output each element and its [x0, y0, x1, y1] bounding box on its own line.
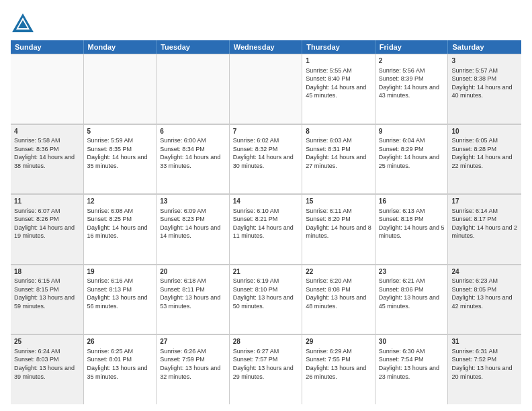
cell-info: Sunrise: 6:26 AM Sunset: 7:59 PM Dayligh…	[160, 347, 226, 381]
day-cell-1: 1Sunrise: 5:55 AM Sunset: 8:40 PM Daylig…	[302, 54, 375, 124]
day-number: 23	[379, 267, 445, 277]
day-number: 21	[233, 267, 299, 277]
day-cell-25: 25Sunrise: 6:24 AM Sunset: 8:03 PM Dayli…	[11, 334, 84, 404]
cell-info: Sunrise: 5:59 AM Sunset: 8:35 PM Dayligh…	[87, 136, 153, 170]
day-number: 29	[306, 337, 371, 347]
day-header-thursday: Thursday	[302, 40, 375, 54]
cell-info: Sunrise: 6:27 AM Sunset: 7:57 PM Dayligh…	[233, 347, 299, 381]
cell-info: Sunrise: 6:31 AM Sunset: 7:52 PM Dayligh…	[451, 347, 518, 381]
day-cell-27: 27Sunrise: 6:26 AM Sunset: 7:59 PM Dayli…	[157, 334, 230, 404]
day-header-friday: Friday	[375, 40, 449, 54]
calendar-row-2: 4Sunrise: 5:58 AM Sunset: 8:36 PM Daylig…	[11, 124, 521, 195]
calendar-body: 1Sunrise: 5:55 AM Sunset: 8:40 PM Daylig…	[11, 54, 521, 404]
day-cell-4: 4Sunrise: 5:58 AM Sunset: 8:36 PM Daylig…	[11, 124, 84, 194]
cell-info: Sunrise: 6:07 AM Sunset: 8:26 PM Dayligh…	[14, 207, 80, 240]
day-number: 28	[233, 337, 299, 347]
day-number: 13	[160, 197, 226, 206]
cell-info: Sunrise: 6:02 AM Sunset: 8:32 PM Dayligh…	[233, 136, 299, 170]
empty-cell-r0c2	[157, 54, 230, 124]
day-number: 12	[87, 197, 153, 206]
day-number: 8	[306, 127, 371, 136]
calendar-row-5: 25Sunrise: 6:24 AM Sunset: 8:03 PM Dayli…	[11, 334, 521, 404]
day-cell-3: 3Sunrise: 5:57 AM Sunset: 8:38 PM Daylig…	[448, 54, 521, 124]
day-number: 27	[160, 337, 226, 347]
cell-info: Sunrise: 6:03 AM Sunset: 8:31 PM Dayligh…	[306, 136, 371, 170]
day-number: 3	[451, 56, 518, 66]
day-number: 6	[160, 127, 226, 136]
day-number: 19	[87, 267, 153, 277]
day-cell-21: 21Sunrise: 6:19 AM Sunset: 8:10 PM Dayli…	[230, 265, 303, 334]
day-cell-23: 23Sunrise: 6:21 AM Sunset: 8:06 PM Dayli…	[375, 265, 449, 334]
day-number: 5	[87, 127, 153, 136]
calendar-row-4: 18Sunrise: 6:15 AM Sunset: 8:15 PM Dayli…	[11, 265, 521, 335]
day-header-saturday: Saturday	[448, 40, 521, 54]
cell-info: Sunrise: 6:08 AM Sunset: 8:25 PM Dayligh…	[87, 207, 153, 240]
cell-info: Sunrise: 5:57 AM Sunset: 8:38 PM Dayligh…	[451, 66, 518, 100]
day-header-wednesday: Wednesday	[230, 40, 303, 54]
cell-info: Sunrise: 6:24 AM Sunset: 8:03 PM Dayligh…	[14, 347, 80, 381]
cell-info: Sunrise: 6:23 AM Sunset: 8:05 PM Dayligh…	[451, 277, 518, 310]
day-number: 20	[160, 267, 226, 277]
cell-info: Sunrise: 6:11 AM Sunset: 8:20 PM Dayligh…	[306, 207, 371, 240]
day-cell-2: 2Sunrise: 5:56 AM Sunset: 8:39 PM Daylig…	[375, 54, 449, 124]
day-cell-6: 6Sunrise: 6:00 AM Sunset: 8:34 PM Daylig…	[157, 124, 230, 194]
cell-info: Sunrise: 6:30 AM Sunset: 7:54 PM Dayligh…	[379, 347, 445, 381]
day-number: 31	[451, 337, 518, 347]
cell-info: Sunrise: 5:55 AM Sunset: 8:40 PM Dayligh…	[306, 66, 371, 100]
cell-info: Sunrise: 6:25 AM Sunset: 8:01 PM Dayligh…	[87, 347, 153, 381]
day-cell-29: 29Sunrise: 6:29 AM Sunset: 7:55 PM Dayli…	[302, 334, 375, 404]
day-cell-17: 17Sunrise: 6:14 AM Sunset: 8:17 PM Dayli…	[448, 194, 521, 264]
cell-info: Sunrise: 6:21 AM Sunset: 8:06 PM Dayligh…	[379, 277, 445, 310]
day-cell-7: 7Sunrise: 6:02 AM Sunset: 8:32 PM Daylig…	[230, 124, 303, 194]
cell-info: Sunrise: 6:04 AM Sunset: 8:29 PM Dayligh…	[379, 136, 445, 170]
logo-icon	[11, 11, 35, 35]
day-cell-26: 26Sunrise: 6:25 AM Sunset: 8:01 PM Dayli…	[84, 334, 157, 404]
day-number: 17	[451, 197, 518, 206]
logo	[11, 11, 38, 35]
day-number: 11	[14, 197, 80, 206]
day-number: 1	[306, 56, 371, 66]
day-number: 4	[14, 127, 80, 136]
day-number: 24	[451, 267, 518, 277]
day-header-monday: Monday	[84, 40, 157, 54]
day-number: 14	[233, 197, 299, 206]
day-cell-10: 10Sunrise: 6:05 AM Sunset: 8:28 PM Dayli…	[448, 124, 521, 194]
empty-cell-r0c1	[84, 54, 157, 124]
day-cell-30: 30Sunrise: 6:30 AM Sunset: 7:54 PM Dayli…	[375, 334, 449, 404]
day-cell-18: 18Sunrise: 6:15 AM Sunset: 8:15 PM Dayli…	[11, 265, 84, 334]
calendar: SundayMondayTuesdayWednesdayThursdayFrid…	[11, 40, 521, 404]
header	[11, 11, 521, 35]
day-number: 22	[306, 267, 371, 277]
cell-info: Sunrise: 6:18 AM Sunset: 8:11 PM Dayligh…	[160, 277, 226, 310]
day-cell-20: 20Sunrise: 6:18 AM Sunset: 8:11 PM Dayli…	[157, 265, 230, 334]
day-number: 9	[379, 127, 445, 136]
day-cell-28: 28Sunrise: 6:27 AM Sunset: 7:57 PM Dayli…	[230, 334, 303, 404]
day-cell-16: 16Sunrise: 6:13 AM Sunset: 8:18 PM Dayli…	[375, 194, 449, 264]
page: SundayMondayTuesdayWednesdayThursdayFrid…	[0, 0, 532, 411]
day-cell-8: 8Sunrise: 6:03 AM Sunset: 8:31 PM Daylig…	[302, 124, 375, 194]
day-number: 30	[379, 337, 445, 347]
cell-info: Sunrise: 6:13 AM Sunset: 8:18 PM Dayligh…	[379, 207, 445, 240]
day-header-sunday: Sunday	[11, 40, 84, 54]
cell-info: Sunrise: 6:15 AM Sunset: 8:15 PM Dayligh…	[14, 277, 80, 310]
cell-info: Sunrise: 6:29 AM Sunset: 7:55 PM Dayligh…	[306, 347, 371, 381]
day-cell-15: 15Sunrise: 6:11 AM Sunset: 8:20 PM Dayli…	[302, 194, 375, 264]
day-cell-22: 22Sunrise: 6:20 AM Sunset: 8:08 PM Dayli…	[302, 265, 375, 334]
day-cell-19: 19Sunrise: 6:16 AM Sunset: 8:13 PM Dayli…	[84, 265, 157, 334]
day-number: 7	[233, 127, 299, 136]
calendar-row-3: 11Sunrise: 6:07 AM Sunset: 8:26 PM Dayli…	[11, 194, 521, 265]
day-number: 16	[379, 197, 445, 206]
cell-info: Sunrise: 6:05 AM Sunset: 8:28 PM Dayligh…	[451, 136, 518, 170]
cell-info: Sunrise: 6:09 AM Sunset: 8:23 PM Dayligh…	[160, 207, 226, 240]
day-number: 2	[379, 56, 445, 66]
day-number: 25	[14, 337, 80, 347]
calendar-header: SundayMondayTuesdayWednesdayThursdayFrid…	[11, 40, 521, 54]
empty-cell-r0c3	[230, 54, 303, 124]
day-header-tuesday: Tuesday	[157, 40, 230, 54]
cell-info: Sunrise: 6:19 AM Sunset: 8:10 PM Dayligh…	[233, 277, 299, 310]
day-cell-5: 5Sunrise: 5:59 AM Sunset: 8:35 PM Daylig…	[84, 124, 157, 194]
cell-info: Sunrise: 6:00 AM Sunset: 8:34 PM Dayligh…	[160, 136, 226, 170]
day-number: 10	[451, 127, 518, 136]
cell-info: Sunrise: 6:10 AM Sunset: 8:21 PM Dayligh…	[233, 207, 299, 240]
day-number: 15	[306, 197, 371, 206]
